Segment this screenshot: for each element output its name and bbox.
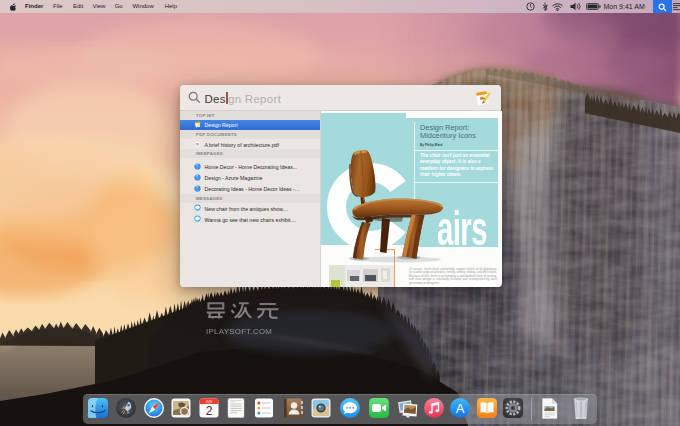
svg-text:2: 2 bbox=[205, 404, 212, 418]
svg-text:A: A bbox=[456, 401, 465, 416]
svg-text:IPLAYSOFT.COM: IPLAYSOFT.COM bbox=[206, 328, 272, 337]
